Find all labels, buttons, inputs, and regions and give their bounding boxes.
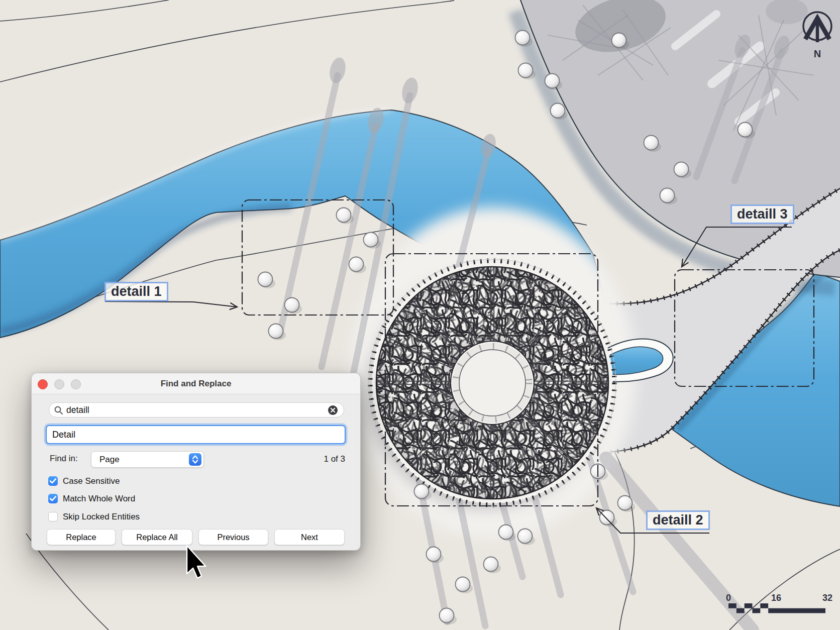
scale-tick-32: 32 xyxy=(822,593,832,603)
find-in-label: Find in: xyxy=(50,454,78,464)
find-and-replace-dialog: Find and Replace detaill Detail Find in:… xyxy=(31,373,361,551)
dialog-title: Find and Replace xyxy=(32,373,360,394)
next-button[interactable]: Next xyxy=(274,529,345,545)
search-icon xyxy=(54,405,63,415)
checkbox-unchecked-icon[interactable] xyxy=(48,512,58,521)
scale-tick-0: 0 xyxy=(726,593,731,603)
checkbox-checked-icon[interactable] xyxy=(48,494,58,503)
clear-search-button[interactable] xyxy=(328,405,338,415)
replace-value: Detail xyxy=(52,426,75,443)
checkbox-label: Case Sensitive xyxy=(63,476,120,487)
layout-document-canvas[interactable]: N 0 16 32 detaill 1 detaill 2 detaill 3 … xyxy=(0,0,840,630)
search-value: detaill xyxy=(66,403,89,417)
detail-label-3[interactable]: detaill 3 xyxy=(730,204,794,224)
replace-input[interactable]: Detail xyxy=(46,425,346,444)
checkbox-label: Match Whole Word xyxy=(63,493,135,504)
mouse-cursor xyxy=(184,543,214,583)
scale-tick-16: 16 xyxy=(771,593,781,603)
detail-label-1[interactable]: detaill 1 xyxy=(104,282,168,301)
find-in-selected-value: Page xyxy=(99,452,120,467)
replace-all-button[interactable]: Replace All xyxy=(122,529,192,545)
find-in-select[interactable]: Page xyxy=(91,451,204,468)
search-input[interactable]: detaill xyxy=(49,402,344,417)
checkbox-label: Skip Locked Entities xyxy=(63,511,140,522)
detail-label-2[interactable]: detaill 2 xyxy=(646,510,710,530)
dialog-titlebar[interactable]: Find and Replace xyxy=(32,373,360,394)
north-label: N xyxy=(814,48,821,59)
checkbox-checked-icon[interactable] xyxy=(48,476,58,486)
match-counter: 1 of 3 xyxy=(324,454,345,464)
stadium-lattice xyxy=(330,221,654,545)
dropdown-stepper-icon[interactable] xyxy=(189,453,201,466)
replace-button[interactable]: Replace xyxy=(47,529,116,545)
